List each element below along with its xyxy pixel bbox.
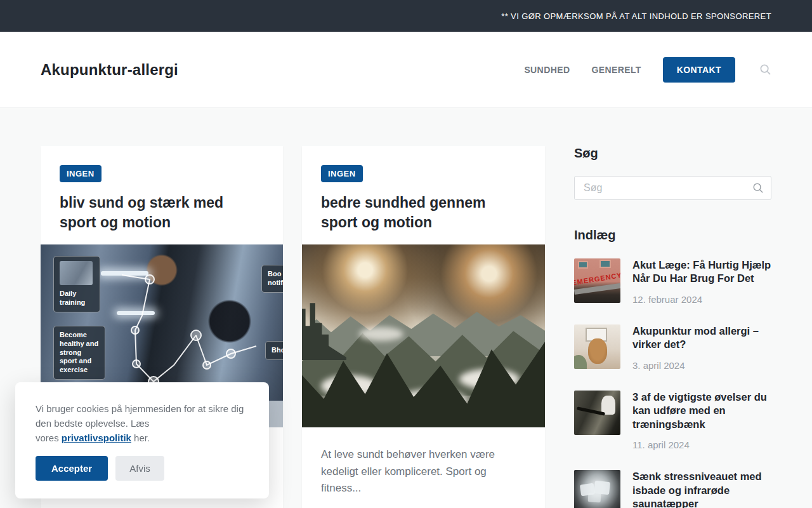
cookie-buttons: Accepter Afvis	[36, 456, 249, 481]
search-widget-heading: Søg	[574, 146, 771, 161]
decline-cookies-button[interactable]: Afvis	[115, 456, 164, 481]
sidebar-post-title[interactable]: Akut Læge: Få Hurtig Hjælp Når Du Har Br…	[632, 258, 771, 286]
post-title[interactable]: bliv sund og stærk med sport og motion	[60, 193, 264, 232]
recent-posts-list: EMERGENCY Akut Læge: Få Hurtig Hjælp Når…	[574, 258, 771, 508]
sidebar-post-title[interactable]: Sænk stressniveauet med isbade og infrar…	[632, 470, 771, 508]
post-card-2: INGEN bedre sundhed gennem sport og moti…	[302, 146, 545, 508]
nav-item-sundhed[interactable]: SUNDHED	[524, 65, 570, 75]
post-thumbnail-bench	[574, 391, 620, 435]
main-nav: SUNDHED GENERELT KONTAKT	[524, 57, 771, 83]
cookie-consent-dialog: Vi bruger cookies på hjemmesiden for at …	[15, 382, 269, 498]
sidebar-search-input[interactable]	[574, 176, 771, 200]
site-logo[interactable]: Akupunktur-allergi	[41, 61, 178, 79]
post-image-landscape[interactable]	[302, 244, 545, 427]
nav-item-generelt[interactable]: GENERELT	[591, 65, 641, 75]
posts-widget-heading: Indlæg	[574, 228, 771, 243]
overlay-bho: Bho	[265, 341, 283, 360]
header-search-icon[interactable]	[759, 64, 771, 76]
post-thumbnail-woman	[574, 324, 620, 369]
post-thumbnail-ice	[574, 470, 620, 508]
sidebar-search-submit[interactable]	[752, 182, 764, 194]
overlay-daily-training: Daily training	[53, 256, 100, 312]
list-item[interactable]: 3 af de vigtigste øvelser du kan udføre …	[574, 391, 771, 450]
overlay-become-healthy: Become healthy and strong sport and exer…	[53, 326, 105, 380]
sidebar: Søg Indlæg EMERGENCY	[574, 146, 771, 508]
sidebar-post-date: 11. april 2024	[632, 439, 771, 450]
recent-posts-widget: Indlæg EMERGENCY Akut Læge: Få Hurtig Hj…	[574, 228, 771, 508]
sponsored-banner: ** VI GØR OPMÆRKSOM PÅ AT ALT INDHOLD ER…	[0, 0, 812, 32]
overlay-boo: Boo notifi	[261, 265, 283, 293]
list-item[interactable]: Sænk stressniveauet med isbade og infrar…	[574, 470, 771, 508]
list-item[interactable]: Akupunktur mod allergi – virker det? 3. …	[574, 324, 771, 371]
sponsored-banner-text: ** VI GØR OPMÆRKSOM PÅ AT ALT INDHOLD ER…	[501, 11, 771, 21]
list-item[interactable]: EMERGENCY Akut Læge: Få Hurtig Hjælp Når…	[574, 258, 771, 305]
sidebar-post-title[interactable]: 3 af de vigtigste øvelser du kan udføre …	[632, 391, 771, 431]
category-badge[interactable]: INGEN	[321, 165, 363, 182]
post-excerpt: At leve sundt behøver hverken være kedel…	[321, 446, 526, 497]
sidebar-post-title[interactable]: Akupunktur mod allergi – virker det?	[632, 324, 771, 352]
sidebar-search-form	[574, 176, 771, 200]
accept-cookies-button[interactable]: Accepter	[36, 456, 108, 481]
cookie-message: Vi bruger cookies på hjemmesiden for at …	[36, 402, 245, 445]
sidebar-post-date: 12. februar 2024	[632, 294, 771, 305]
cloud	[359, 327, 403, 341]
category-badge[interactable]: INGEN	[60, 165, 102, 182]
site-header: Akupunktur-allergi SUNDHED GENERELT KONT…	[0, 32, 812, 108]
nav-item-kontakt-button[interactable]: KONTAKT	[663, 57, 735, 83]
post-thumbnail-emergency: EMERGENCY	[574, 258, 620, 303]
post-title[interactable]: bedre sundhed gennem sport og motion	[321, 193, 526, 232]
privacy-policy-link[interactable]: privatlivspolitik	[62, 432, 131, 443]
sidebar-post-date: 3. april 2024	[632, 360, 771, 371]
overlay-thumb	[60, 261, 93, 285]
